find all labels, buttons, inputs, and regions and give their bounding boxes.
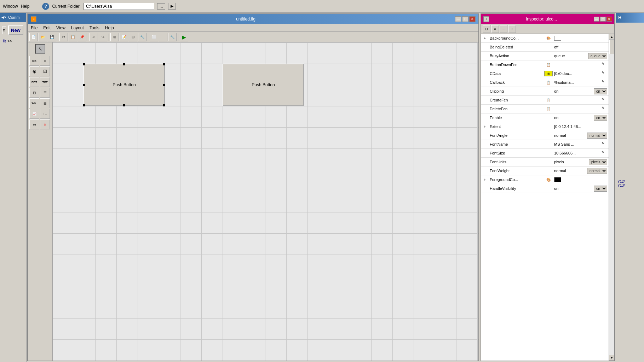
tb-snap-btn[interactable]: 🔧 — [138, 33, 146, 41]
edit-widget-btn[interactable]: EDT — [29, 77, 39, 87]
insp-align-btn[interactable]: ↔ — [500, 25, 507, 33]
foregroundcolor-swatch[interactable] — [554, 177, 561, 182]
prop-value-extent: [0 0 12.4 1.46... — [553, 124, 609, 129]
figure-close-btn[interactable]: ✕ — [469, 16, 476, 22]
insp-sort-btn[interactable]: ↕ — [508, 25, 516, 33]
fig-menu-tools[interactable]: Tools — [87, 24, 102, 31]
tb-align-btn[interactable]: ⊞ — [110, 33, 119, 41]
prop-fontsize: FontSize 10.666666... ✎ — [481, 149, 609, 158]
fontsize-edit-btn[interactable]: ✎ — [602, 150, 607, 156]
insp-props-btn[interactable]: ⊟ — [483, 25, 490, 33]
tb-open-btn[interactable]: 📂 — [39, 33, 47, 41]
inspector-minimize-btn[interactable]: — — [594, 17, 599, 22]
figure-maximize-btn[interactable]: □ — [462, 16, 468, 22]
handlevisibility-dropdown[interactable]: on — [594, 186, 607, 192]
prop-icon-callback[interactable]: 📋 — [544, 78, 553, 86]
tb-cut-btn[interactable]: ✂ — [59, 33, 68, 41]
prop-name-enable: Enable — [488, 115, 544, 121]
tb-tool-btn[interactable]: 🔧 — [168, 33, 177, 41]
prop-name-createfcn: CreateFcn — [488, 97, 544, 103]
frame-widget-btn[interactable]: ⊟ — [29, 88, 39, 98]
uipanel-widget-btn[interactable]: T□ — [40, 109, 50, 119]
tb-menu-btn[interactable]: ☰ — [159, 33, 167, 41]
extent-value: [0 0 12.4 1.46... — [554, 124, 607, 129]
prop-icon-cdata[interactable]: ⊞ — [544, 71, 553, 76]
fig-menu-layout[interactable]: Layout — [68, 24, 87, 31]
help-menu[interactable]: Help — [21, 4, 30, 9]
prop-icon-backgroundcolor[interactable]: 🎨 — [544, 34, 553, 42]
activex-widget-btn[interactable]: Tα — [29, 119, 39, 129]
scroll-thumb[interactable] — [609, 40, 614, 54]
push-button-2[interactable]: Push Button — [223, 64, 304, 106]
table-widget-btn[interactable]: ⊞ — [40, 98, 50, 108]
pushbutton-widget-btn[interactable]: OK — [29, 56, 39, 66]
btngroup-widget-btn[interactable]: ✕ — [40, 119, 50, 129]
fontname-edit-btn[interactable]: ✎ — [602, 141, 607, 147]
canvas-area[interactable]: Push Button Push Button — [53, 42, 478, 361]
tb-run-btn[interactable]: ▶ — [180, 33, 188, 41]
tb-copy-btn[interactable]: 📋 — [69, 33, 77, 41]
enable-dropdown[interactable]: on — [594, 115, 607, 121]
fig-menu-edit[interactable]: Edit — [40, 24, 53, 31]
new-button[interactable]: New — [8, 25, 23, 35]
prop-icon-buttondownfcn[interactable]: 📋 — [544, 61, 553, 69]
settings-icon[interactable]: ⚙ — [2, 27, 6, 34]
scroll-track[interactable] — [609, 40, 614, 355]
folder-path-input[interactable] — [84, 3, 154, 10]
tb-obj-btn[interactable]: ⬜ — [150, 33, 158, 41]
fontunits-dropdown[interactable]: pixels — [589, 159, 607, 165]
prop-icon-enable — [544, 114, 553, 122]
togglebtn-widget-btn[interactable]: TGL — [29, 98, 39, 108]
fig-menu-view[interactable]: View — [53, 24, 68, 31]
tb-prop-btn[interactable]: 📝 — [120, 33, 128, 41]
prop-name-backgroundcolor: BackgroundCo... — [488, 35, 544, 41]
busyaction-dropdown[interactable]: queue — [588, 53, 607, 59]
window-menu[interactable]: Window — [3, 4, 18, 9]
right-side-panel: H Y12/ Y13/ — [616, 13, 644, 362]
prop-expand-handlevisibility — [481, 184, 488, 193]
inspector-close-btn[interactable]: ✕ — [606, 17, 612, 22]
prop-icon-createfcn[interactable]: 📋 — [544, 96, 553, 104]
prop-expand-fontsize — [481, 149, 488, 157]
fig-menu-file[interactable]: File — [28, 24, 40, 31]
fontweight-dropdown[interactable]: normal — [587, 168, 607, 174]
tb-redo-btn[interactable]: ↪ — [99, 33, 107, 41]
text-widget-btn[interactable]: TXT — [40, 77, 50, 87]
scroll-down-btn[interactable]: ▼ — [609, 355, 614, 361]
buttondownfcn-edit-btn[interactable]: ✎ — [602, 62, 607, 68]
insp-font-btn[interactable]: A — [491, 25, 499, 33]
tb-undo-btn[interactable]: ↩ — [90, 33, 98, 41]
prop-expand-backgroundcolor[interactable]: + — [481, 34, 488, 42]
tb-paste-btn[interactable]: 📌 — [78, 33, 86, 41]
slider-widget-btn[interactable]: ≡ — [40, 56, 50, 66]
folder-browse-btn[interactable]: ... — [157, 3, 165, 10]
push-button-1-label: Push Button — [113, 82, 136, 87]
axes-widget-btn[interactable]: 📈 — [29, 109, 39, 119]
callback-edit-btn[interactable]: ✎ — [602, 80, 607, 85]
scroll-up-btn[interactable]: ▲ — [609, 34, 614, 40]
cursor-tool-btn[interactable]: ↖ — [35, 44, 45, 54]
checkbox-widget-btn[interactable]: ☑ — [40, 66, 50, 76]
inspector-maximize-btn[interactable]: □ — [600, 17, 606, 22]
cdata-edit-btn[interactable]: ✎ — [602, 71, 607, 76]
prop-expand-extent[interactable]: + — [481, 122, 488, 131]
radiobutton-widget-btn[interactable]: ◉ — [29, 66, 39, 76]
figure-minimize-btn[interactable]: — — [455, 16, 461, 22]
fig-menu-help[interactable]: Help — [102, 24, 117, 31]
folder-nav-btn[interactable]: ▶ — [168, 3, 176, 10]
prop-deletefcn: DeleteFcn 📋 ✎ — [481, 105, 609, 113]
prop-icon-deletefcn[interactable]: 📋 — [544, 105, 553, 113]
fontangle-dropdown[interactable]: normal — [587, 133, 607, 139]
listbox-widget-btn[interactable]: ☰ — [40, 88, 50, 98]
push-button-1[interactable]: Push Button — [84, 64, 165, 106]
prop-icon-foregroundcolor[interactable]: 🎨 — [544, 176, 553, 183]
tb-save-btn[interactable]: 💾 — [48, 33, 56, 41]
tb-grid-btn[interactable]: ⊟ — [129, 33, 137, 41]
prop-expand-foregroundcolor[interactable]: + — [481, 175, 488, 184]
clipping-dropdown[interactable]: on — [594, 88, 607, 94]
tb-new-btn[interactable]: 📄 — [29, 33, 38, 41]
backgroundcolor-swatch[interactable] — [554, 36, 561, 41]
createfcn-edit-btn[interactable]: ✎ — [602, 97, 607, 103]
cdata-value: [0x0 dou... — [554, 71, 600, 76]
deletefcn-edit-btn[interactable]: ✎ — [602, 106, 607, 112]
